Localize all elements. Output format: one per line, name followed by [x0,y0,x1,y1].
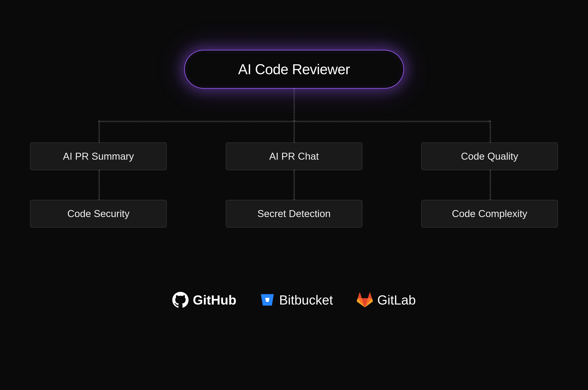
integration-label: GitLab [377,292,416,307]
feature-box-code-complexity: Code Complexity [421,200,558,228]
connector-line [293,121,295,143]
connector-line [98,121,100,143]
diagram-canvas: AI Code Reviewer AI PR Summary AI PR Cha… [0,0,588,390]
feature-label: AI PR Chat [269,150,319,162]
integration-github: GitHub [172,292,236,308]
integration-label: GitHub [193,292,236,307]
feature-box-ai-pr-chat: AI PR Chat [226,143,362,170]
feature-label: Code Complexity [452,208,528,219]
connector-line [293,170,295,200]
integrations-row: GitHub Bitbucket [172,292,416,308]
integration-label: Bitbucket [279,292,333,307]
feature-box-code-quality: Code Quality [421,143,558,170]
feature-label: Code Security [67,208,129,219]
feature-label: Secret Detection [257,208,331,219]
feature-label: Code Quality [461,150,518,162]
feature-label: AI PR Summary [63,150,134,162]
connector-line [490,121,491,143]
integration-gitlab: GitLab [357,292,416,308]
feature-box-ai-pr-summary: AI PR Summary [30,143,167,170]
github-icon [172,292,188,308]
integration-bitbucket: Bitbucket [260,292,333,307]
gitlab-icon [357,292,373,308]
connector-line [490,170,491,200]
feature-box-code-security: Code Security [30,200,167,228]
bitbucket-icon [260,293,275,307]
connector-line [293,89,295,121]
feature-box-secret-detection: Secret Detection [226,200,362,228]
connector-line [98,170,100,200]
root-node: AI Code Reviewer [184,50,404,89]
root-title: AI Code Reviewer [238,61,350,77]
